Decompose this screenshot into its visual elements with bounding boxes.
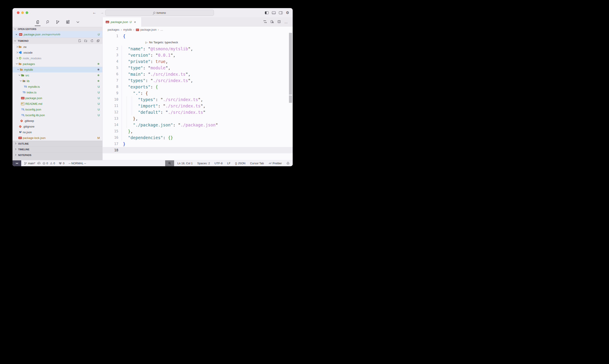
code-line[interactable]: 2 "name": "@tsmono/mytslib", [103,46,293,52]
code-line[interactable]: 15 }, [103,128,293,134]
chevron-right-icon[interactable] [16,46,18,48]
zoom-indicator-button[interactable] [165,160,174,167]
tree-item[interactable]: package-lock.jsonM [13,135,102,141]
cursor-position-item[interactable]: Ln 18, Col 1 [177,162,193,165]
code-lens[interactable]: ▷Nx Targets: typecheck [145,41,178,44]
tree-item[interactable]: src [13,72,102,78]
chevron-down-icon[interactable] [20,80,22,82]
close-window-button[interactable] [17,11,19,14]
toggle-primary-sidebar-icon[interactable] [265,11,269,14]
tree-item[interactable]: index.tsU [13,90,102,95]
views-chevron-down-icon[interactable] [76,20,80,24]
explorer-files-icon[interactable] [35,20,40,24]
tree-item[interactable]: lib [13,78,102,84]
minimize-window-button[interactable] [21,11,24,14]
code-line[interactable]: 3 "version": "0.0.1", [103,52,293,58]
workspace-header[interactable]: TSMONO [13,38,102,44]
breadcrumb-item[interactable]: mytslib [123,28,132,31]
chevron-down-icon[interactable] [19,74,21,77]
tree-item[interactable]: tsconfig.jsonU [13,106,102,112]
remote-indicator[interactable]: >< [13,160,21,166]
chevron-right-icon[interactable] [16,57,18,60]
command-center-search[interactable]: tsmono [105,10,214,16]
tree-item[interactable]: nx.json [13,129,102,135]
code-line[interactable]: 7 "types": "./src/index.ts", [103,77,293,84]
open-editor-item[interactable]: × package.json packages/mytslib U [13,31,102,38]
chevron-down-icon[interactable] [17,68,20,71]
scrollbar-thumb[interactable] [289,33,292,95]
chevron-down-icon[interactable] [16,63,18,65]
code-line[interactable]: 5 "type": "module", [103,65,293,71]
collapse-all-icon[interactable] [96,39,100,43]
code-line[interactable]: 13 }, [103,115,293,122]
tree-item[interactable]: node_modules [13,55,102,61]
tree-item[interactable]: .vscode [13,50,102,55]
vim-mode-item[interactable]: -- NORMAL -- [69,162,86,165]
tree-item[interactable]: .gitignore [13,124,102,129]
indentation-item[interactable]: Spaces: 2 [197,162,210,165]
scrollbar-thumb-tail[interactable] [289,95,292,103]
new-file-icon[interactable] [78,39,81,43]
timeline-section[interactable]: TIMELINE [13,146,102,152]
code-line[interactable]: 12 "default": "./src/index.ts" [103,109,293,115]
open-changes-icon[interactable] [263,20,267,24]
tree-item[interactable]: .nx [13,44,102,50]
code-line[interactable]: 1{ [103,33,293,39]
git-branch-item[interactable]: main* [24,162,35,165]
encoding-item[interactable]: UTF-8 [215,162,223,165]
errors-item[interactable]: 0 [42,162,48,165]
search-panel-icon[interactable] [46,20,50,24]
code-line[interactable]: 18 [103,147,293,153]
code-line[interactable]: 8 "exports": { [103,84,293,90]
tree-item[interactable]: package.jsonU [13,95,102,101]
more-actions-icon[interactable]: … [284,21,288,23]
broadcast-item[interactable]: 0 [59,162,64,165]
settings-gear-icon[interactable]: ⚙ [286,11,289,15]
toggle-panel-icon[interactable] [272,11,276,14]
notepads-section[interactable]: NOTEPADS [13,152,102,158]
tree-item[interactable]: tsconfig.lib.jsonU [13,112,102,118]
refresh-icon[interactable] [90,39,94,43]
tab-package-json[interactable]: package.json U × [103,17,142,27]
sync-changes-icon[interactable] [37,162,40,165]
breadcrumb-item[interactable]: package.json [136,28,156,31]
formatter-item[interactable]: ✓✓ Prettier [268,162,282,165]
maximize-window-button[interactable] [26,11,28,14]
code-line[interactable]: 14 "./package.json": "./package.json" [103,122,293,128]
breadcrumb-item[interactable]: … [160,28,163,31]
code-line[interactable]: 17} [103,141,293,147]
run-target-play-icon: ▷ [145,41,147,44]
tree-item[interactable]: packages [13,61,102,67]
code-line[interactable]: 6 "main": "./src/index.ts", [103,71,293,77]
tree-item[interactable]: .gitkeep [13,118,102,124]
open-editors-header[interactable]: OPEN EDITORS [13,27,102,31]
md-icon [21,102,25,105]
split-editor-icon[interactable] [277,20,281,24]
code-line[interactable]: 16 "dependencies": {} [103,134,293,141]
tree-item[interactable]: mytslib [13,67,102,72]
code-line[interactable]: 4 "private": true, [103,58,293,65]
tab-close-icon[interactable]: × [134,20,136,24]
chevron-right-icon[interactable] [16,52,18,54]
language-mode-item[interactable]: {} JSON [235,162,246,165]
tree-item[interactable]: mytslib.tsU [13,84,102,90]
new-folder-icon[interactable] [84,39,88,43]
close-editor-icon[interactable]: × [15,33,17,36]
eol-item[interactable]: LF [227,162,230,165]
breadcrumb-item[interactable]: packages [108,28,119,31]
code-editor[interactable]: 1{▷Nx Targets: typecheck2 "name": "@tsmo… [103,33,293,160]
code-line[interactable]: 9 ".": { [103,90,293,96]
code-line[interactable]: 10 "types": "./src/index.ts", [103,96,293,103]
back-button[interactable]: ← [92,11,96,15]
cursor-tab-item[interactable]: Cursor Tab [250,162,264,165]
extensions-icon[interactable] [66,20,70,24]
editor-preview-icon[interactable] [270,20,274,24]
warnings-item[interactable]: ⚠ 0 [50,162,55,165]
tree-item[interactable]: README.mdU [13,101,102,106]
forward-button[interactable]: → [100,11,104,15]
code-line[interactable]: 11 "import": "./src/index.ts", [103,103,293,109]
notifications-bell-icon[interactable] [286,162,290,165]
source-control-icon[interactable] [56,20,60,24]
outline-section[interactable]: OUTLINE [13,141,102,146]
toggle-secondary-sidebar-icon[interactable] [279,11,283,14]
